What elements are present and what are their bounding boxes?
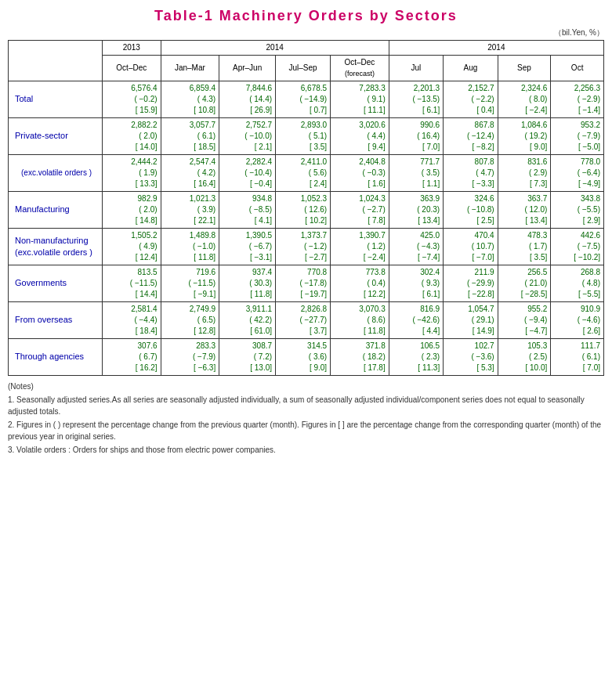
data-cell: 2,752.7( −10.0)[ 2.1] <box>219 118 276 155</box>
table-row: Manufacturing982.9( 2.0)[ 14.8]1,021.3( … <box>9 192 604 229</box>
col-jan-mar: Jan–Mar <box>161 56 219 81</box>
note-item-3: 3. Volatile orders : Orders for ships an… <box>8 444 604 456</box>
data-cell: 2,324.6( 8.0)[ −2.4] <box>498 81 551 118</box>
data-cell: 990.6( 16.4)[ 7.0] <box>389 118 443 155</box>
data-cell: 1,505.2( 4.9)[ 12.4] <box>103 229 161 265</box>
row-label: (exc.volatile orders ) <box>9 155 103 192</box>
data-cell: 2,152.7( −2.2)[ 0.4] <box>444 81 498 118</box>
data-cell: 363.9( 20.3)[ 13.4] <box>389 192 443 229</box>
data-cell: 2,282.4( −10.4)[ −0.4] <box>219 155 276 192</box>
data-cell: 1,489.8( −1.0)[ 11.8] <box>161 229 219 265</box>
data-cell: 934.8( −8.5)[ 4.1] <box>219 192 276 229</box>
row-label: Manufacturing <box>9 192 103 229</box>
header-row-1: 2013 2014 2014 <box>9 41 604 56</box>
col-apr-jun: Apr–Jun <box>219 56 276 81</box>
col-oct-dec-2013: Oct–Dec <box>103 56 161 81</box>
row-label: From overseas <box>9 302 103 339</box>
col-header-2013: 2013 <box>103 41 161 56</box>
data-cell: 470.4( 10.7)[ −7.0] <box>444 229 498 265</box>
notes-section: (Notes) 1. Seasonally adjusted series.As… <box>8 381 604 456</box>
data-cell: 283.3( −7.9)[ −6.3] <box>161 339 219 376</box>
data-cell: 2,882.2( 2.0)[ 14.0] <box>103 118 161 155</box>
data-cell: 773.8( 0.4)[ 12.2] <box>331 265 389 302</box>
data-cell: 3,057.7( 6.1)[ 18.5] <box>161 118 219 155</box>
data-cell: 937.4( 30.3)[ 11.8] <box>219 265 276 302</box>
table-row: From overseas2,581.4( −4.4)[ 18.4]2,749.… <box>9 302 604 339</box>
data-cell: 1,390.7( 1.2)[ −2.4] <box>331 229 389 265</box>
data-cell: 343.8( −5.5)[ 2.9] <box>551 192 604 229</box>
data-cell: 105.3( 2.5)[ 10.0] <box>498 339 551 376</box>
row-label: Non-manufacturing(exc.volatile orders ) <box>9 229 103 265</box>
data-cell: 2,893.0( 5.1)[ 3.5] <box>276 118 331 155</box>
col-sep: Sep <box>498 56 551 81</box>
col-header-2014a: 2014 <box>161 41 389 56</box>
data-cell: 106.5( 2.3)[ 11.3] <box>389 339 443 376</box>
table-row: (exc.volatile orders )2,444.2( 1.9)[ 13.… <box>9 155 604 192</box>
data-cell: 2,256.3( −2.9)[ −1.4] <box>551 81 604 118</box>
data-cell: 1,024.3( −2.7)[ 7.8] <box>331 192 389 229</box>
row-label: Private-sector <box>9 118 103 155</box>
data-cell: 442.6( −7.5)[ −10.2] <box>551 229 604 265</box>
table-row: Non-manufacturing(exc.volatile orders )1… <box>9 229 604 265</box>
data-cell: 813.5( −11.5)[ 14.4] <box>103 265 161 302</box>
table-row: Total6,576.4( −0.2)[ 15.9]6,859.4( 4.3)[… <box>9 81 604 118</box>
data-cell: 1,021.3( 3.9)[ 22.1] <box>161 192 219 229</box>
data-cell: 102.7( −3.6)[ 5.3] <box>444 339 498 376</box>
col-header-2014b: 2014 <box>389 41 603 56</box>
data-cell: 211.9( −29.9)[ −22.8] <box>444 265 498 302</box>
data-cell: 1,373.7( −1.2)[ −2.7] <box>276 229 331 265</box>
data-cell: 2,547.4( 4.2)[ 16.4] <box>161 155 219 192</box>
data-cell: 2,749.9( 6.5)[ 12.8] <box>161 302 219 339</box>
table-row: Governments813.5( −11.5)[ 14.4]719.6( −1… <box>9 265 604 302</box>
data-cell: 256.5( 21.0)[ −28.5] <box>498 265 551 302</box>
col-jul: Jul <box>389 56 443 81</box>
col-aug: Aug <box>444 56 498 81</box>
data-cell: 1,390.5( −6.7)[ −3.1] <box>219 229 276 265</box>
notes-header: (Notes) <box>8 381 604 392</box>
data-cell: 268.8( 4.8)[ −5.5] <box>551 265 604 302</box>
data-cell: 2,411.0( 5.6)[ 2.4] <box>276 155 331 192</box>
data-cell: 816.9( −42.6)[ 4.4] <box>389 302 443 339</box>
data-cell: 302.4( 9.3)[ 6.1] <box>389 265 443 302</box>
data-cell: 111.7( 6.1)[ 7.0] <box>551 339 604 376</box>
data-cell: 2,444.2( 1.9)[ 13.3] <box>103 155 161 192</box>
main-table: 2013 2014 2014 Oct–Dec Jan–Mar Apr–Jun J… <box>8 40 604 376</box>
data-cell: 371.8( 18.2)[ 17.8] <box>331 339 389 376</box>
data-cell: 2,826.8( −27.7)[ 3.7] <box>276 302 331 339</box>
table-row: Through agencies307.6( 6.7)[ 16.2]283.3(… <box>9 339 604 376</box>
data-cell: 2,581.4( −4.4)[ 18.4] <box>103 302 161 339</box>
data-cell: 719.6( −11.5)[ −9.1] <box>161 265 219 302</box>
data-cell: 7,844.6( 14.4)[ 26.9] <box>219 81 276 118</box>
data-cell: 1,084.6( 19.2)[ 9.0] <box>498 118 551 155</box>
data-cell: 778.0( −6.4)[ −4.9] <box>551 155 604 192</box>
col-oct: Oct <box>551 56 604 81</box>
data-cell: 363.7( 12.0)[ 13.4] <box>498 192 551 229</box>
data-cell: 771.7( 3.5)[ 1.1] <box>389 155 443 192</box>
data-cell: 3,020.6( 4.4)[ 9.4] <box>331 118 389 155</box>
data-cell: 324.6( −10.8)[ 2.5] <box>444 192 498 229</box>
data-cell: 2,404.8( −0.3)[ 1.6] <box>331 155 389 192</box>
data-cell: 807.8( 4.7)[ −3.3] <box>444 155 498 192</box>
data-cell: 6,576.4( −0.2)[ 15.9] <box>103 81 161 118</box>
data-cell: 478.3( 1.7)[ 3.5] <box>498 229 551 265</box>
data-cell: 307.6( 6.7)[ 16.2] <box>103 339 161 376</box>
data-cell: 6,678.5( −14.9)[ 0.7] <box>276 81 331 118</box>
page-title: Table-1 Machinery Orders by Sectors <box>8 8 604 24</box>
data-cell: 2,201.3( −13.5)[ 6.1] <box>389 81 443 118</box>
unit-label: （bil.Yen, %） <box>8 27 604 38</box>
col-oct-dec-forecast: Oct–Dec(forecast) <box>331 56 389 81</box>
data-cell: 953.2( −7.9)[ −5.0] <box>551 118 604 155</box>
row-label: Total <box>9 81 103 118</box>
data-cell: 3,911.1( 42.2)[ 61.0] <box>219 302 276 339</box>
table-row: Private-sector2,882.2( 2.0)[ 14.0]3,057.… <box>9 118 604 155</box>
data-cell: 314.5( 3.6)[ 9.0] <box>276 339 331 376</box>
data-cell: 1,052.3( 12.6)[ 10.2] <box>276 192 331 229</box>
data-cell: 955.2( −9.4)[ −4.7] <box>498 302 551 339</box>
row-label: Governments <box>9 265 103 302</box>
note-item-1: 1. Seasonally adjusted series.As all ser… <box>8 394 604 417</box>
data-cell: 867.8( −12.4)[ −8.2] <box>444 118 498 155</box>
data-cell: 6,859.4( 4.3)[ 10.8] <box>161 81 219 118</box>
data-cell: 3,070.3( 8.6)[ 11.8] <box>331 302 389 339</box>
data-cell: 1,054.7( 29.1)[ 14.9] <box>444 302 498 339</box>
data-cell: 308.7( 7.2)[ 13.0] <box>219 339 276 376</box>
